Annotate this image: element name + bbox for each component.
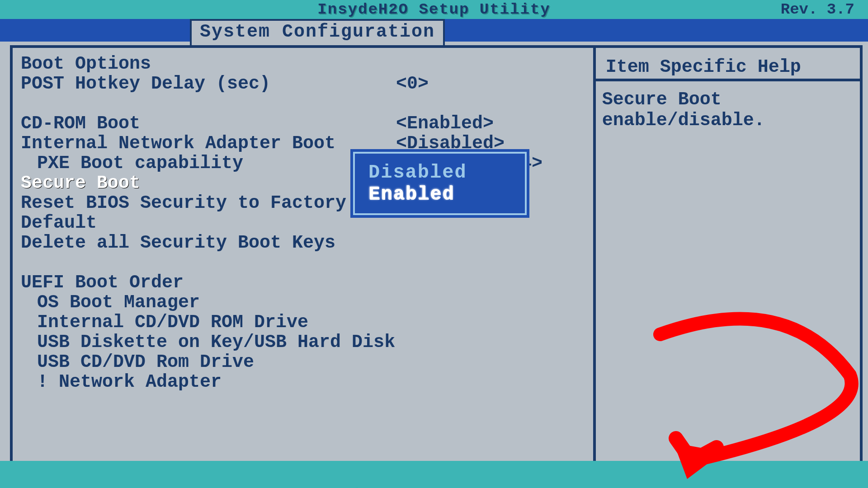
- setting-label: Secure Boot: [21, 174, 396, 193]
- utility-title: InsydeH2O Setup Utility: [317, 1, 550, 18]
- setting-label: CD-ROM Boot: [21, 114, 396, 134]
- boot-order-label: USB CD/DVD Rom Drive: [21, 352, 412, 372]
- secure-boot-popup[interactable]: DisabledEnabled: [355, 154, 525, 213]
- help-pane-title: Item Specific Help: [606, 57, 801, 77]
- setting-row[interactable]: Internal Network Adapter Boot<Disabled>: [21, 134, 585, 154]
- popup-option[interactable]: Enabled: [359, 183, 521, 205]
- boot-order-item[interactable]: Internal CD/DVD ROM Drive: [21, 313, 585, 333]
- setting-label: Delete all Security Boot Keys: [21, 233, 396, 253]
- setting-row[interactable]: Delete all Security Boot Keys: [21, 233, 585, 253]
- setting-label: POST Hotkey Delay (sec): [21, 74, 396, 94]
- setting-row[interactable]: POST Hotkey Delay (sec)<0>: [21, 74, 585, 94]
- help-header-divider: [593, 79, 860, 81]
- title-bar: InsydeH2O Setup Utility Rev. 3.7: [0, 0, 868, 19]
- boot-order-item[interactable]: OS Boot Manager: [21, 293, 585, 313]
- boot-options-heading: Boot Options: [21, 54, 396, 74]
- bios-screen: InsydeH2O Setup Utility Rev. 3.7 System …: [0, 0, 868, 488]
- boot-order-heading: UEFI Boot Order: [21, 273, 396, 293]
- tab-system-configuration[interactable]: System Configuration: [190, 19, 445, 47]
- boot-order-item[interactable]: ! Network Adapter: [21, 372, 585, 392]
- setting-value: <Enabled>: [396, 114, 494, 134]
- boot-order-label: Internal CD/DVD ROM Drive: [21, 313, 412, 333]
- help-pane-body: Secure Boot enable/disable.: [602, 89, 851, 131]
- hotkey-footer: F1 Help↑↓ Select ItemF5/F6 Change Values…: [0, 461, 868, 488]
- setting-label: PXE Boot capability: [21, 154, 412, 174]
- setting-row[interactable]: CD-ROM Boot<Enabled>: [21, 114, 585, 134]
- tab-row: System Configuration: [0, 19, 868, 42]
- setting-label: Reset BIOS Security to Factory Default: [21, 193, 396, 233]
- setting-value: <0>: [396, 74, 429, 94]
- revision-label: Rev. 3.7: [781, 1, 854, 18]
- section-title: Boot Options: [21, 54, 585, 74]
- vertical-divider: [593, 48, 596, 462]
- boot-order-item[interactable]: USB CD/DVD Rom Drive: [21, 352, 585, 372]
- setting-value: <Disabled>: [396, 134, 505, 154]
- main-panel: Boot Options POST Hotkey Delay (sec)<0>C…: [10, 45, 863, 465]
- boot-order-heading-row: UEFI Boot Order: [21, 273, 585, 293]
- boot-order-label: OS Boot Manager: [21, 293, 412, 313]
- boot-order-label: ! Network Adapter: [21, 372, 412, 392]
- setting-label: Internal Network Adapter Boot: [21, 134, 396, 154]
- boot-order-item[interactable]: USB Diskette on Key/USB Hard Disk: [21, 333, 585, 352]
- boot-order-label: USB Diskette on Key/USB Hard Disk: [21, 333, 412, 352]
- popup-option[interactable]: Disabled: [359, 162, 521, 183]
- settings-list: Boot Options POST Hotkey Delay (sec)<0>C…: [21, 54, 585, 392]
